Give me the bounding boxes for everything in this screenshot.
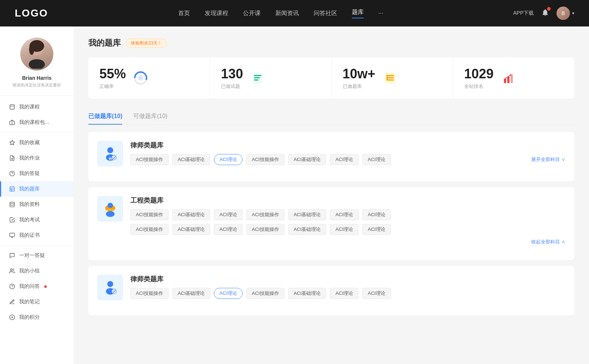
bank-tag[interactable]: ACI技能操作 bbox=[246, 154, 285, 165]
sidebar-item-myqa[interactable]: 我的问答 bbox=[0, 279, 74, 294]
nav-news[interactable]: 新闻资讯 bbox=[275, 10, 299, 17]
nav-qa[interactable]: 问答社区 bbox=[314, 10, 337, 17]
bank-tag[interactable]: ACI理论 bbox=[362, 209, 391, 220]
expand-button-lawyer-1[interactable]: 展开全部科目 ∨ bbox=[531, 156, 565, 163]
nav-discover[interactable]: 发现课程 bbox=[205, 10, 228, 17]
nav-more[interactable]: ··· bbox=[378, 10, 383, 17]
bank-tag[interactable]: ACI理论 bbox=[330, 209, 359, 220]
nav-open-course[interactable]: 公开课 bbox=[243, 10, 261, 17]
bank-tag[interactable]: ACI技能操作 bbox=[130, 154, 169, 165]
bank-tag[interactable]: ACI技能操作 bbox=[130, 209, 169, 220]
bank-tag[interactable]: ACI技能操作 bbox=[246, 209, 285, 220]
bank-tag-active[interactable]: ACI理论 bbox=[214, 154, 243, 165]
bank-tag[interactable]: ACI理论 bbox=[214, 209, 243, 220]
svg-rect-32 bbox=[254, 75, 261, 76]
bank-tag[interactable]: ACI基础理论 bbox=[172, 209, 211, 220]
profile-section: Brian Harris 错误的决定比没有决定要好 bbox=[0, 34, 74, 96]
app-download-button[interactable]: APP下载 bbox=[513, 10, 534, 17]
nav-home[interactable]: 首页 bbox=[178, 10, 190, 17]
svg-rect-4 bbox=[10, 105, 14, 109]
sidebar: Brian Harris 错误的决定比没有决定要好 我的课程 我的课程包... bbox=[0, 26, 74, 364]
bank-tag[interactable]: ACI理论 bbox=[362, 154, 391, 165]
collapse-button-engineer[interactable]: 收起全部科目 ∧ bbox=[130, 239, 565, 245]
bank-card-engineer-content: 工程类题库 ACI技能操作 ACI基础理论 ACI理论 ACI技能操作 ACI基… bbox=[130, 196, 565, 245]
page-header: 我的题库 体验剩余23天！ bbox=[88, 38, 574, 49]
sidebar-item-course[interactable]: 我的课程 bbox=[0, 99, 74, 115]
sidebar-item-quiz[interactable]: 我的题库 bbox=[0, 181, 74, 197]
sidebar-label-data: 我的资料 bbox=[19, 201, 40, 208]
header: LOGO 首页 发现课程 公开课 新闻资讯 问答社区 题库 ··· APP下载 … bbox=[0, 0, 589, 26]
tab-done[interactable]: 已做题库(10) bbox=[88, 109, 122, 125]
engineer-icon bbox=[97, 196, 123, 222]
bank-tag[interactable]: ACI基础理论 bbox=[288, 154, 327, 165]
sidebar-item-oneone[interactable]: 一对一答疑 bbox=[0, 248, 74, 263]
profile-name: Brian Harris bbox=[7, 75, 66, 81]
group-icon bbox=[9, 268, 15, 274]
sidebar-item-notes[interactable]: 我的笔记 bbox=[0, 294, 74, 310]
main-nav: 首页 发现课程 公开课 新闻资讯 问答社区 题库 ··· bbox=[178, 8, 383, 18]
bank-tag[interactable]: ACI理论 bbox=[330, 224, 359, 235]
sidebar-label-myqa: 我的问答 bbox=[19, 283, 40, 290]
sidebar-item-group[interactable]: 我的小组 bbox=[0, 263, 74, 279]
sidebar-label-qa: 我的答疑 bbox=[19, 170, 40, 177]
sidebar-item-points[interactable]: 我的积分 bbox=[0, 310, 74, 325]
svg-point-44 bbox=[107, 147, 113, 153]
bank-tag[interactable]: ACI技能操作 bbox=[130, 288, 169, 299]
sidebar-item-data[interactable]: 我的资料 bbox=[0, 197, 74, 212]
user-avatar-menu[interactable]: B ▾ bbox=[557, 7, 574, 20]
svg-point-22 bbox=[10, 269, 12, 271]
bank-tag[interactable]: ACI基础理论 bbox=[288, 288, 327, 299]
sidebar-item-cert[interactable]: 我的证书 bbox=[0, 228, 74, 243]
bank-tag-active[interactable]: ACI理论 bbox=[214, 288, 243, 299]
nav-quiz[interactable]: 题库 bbox=[352, 8, 364, 18]
data-icon bbox=[9, 201, 15, 208]
bank-tag[interactable]: ACI理论 bbox=[362, 224, 391, 235]
bank-tag[interactable]: ACI理论 bbox=[362, 288, 391, 299]
logo: LOGO bbox=[15, 7, 48, 19]
sidebar-item-homework[interactable]: 我的作业 bbox=[0, 150, 74, 166]
tab-available[interactable]: 可做题库(10) bbox=[133, 109, 167, 125]
bank-tag[interactable]: ACI技能操作 bbox=[246, 224, 285, 235]
bank-tag[interactable]: ACI基础理论 bbox=[172, 224, 211, 235]
course-icon bbox=[9, 104, 15, 110]
bank-tag[interactable]: ACI理论 bbox=[214, 224, 243, 235]
chevron-down-icon: ▾ bbox=[572, 11, 574, 16]
stat-label-questions-done: 已做试题 bbox=[221, 83, 243, 90]
bank-tag[interactable]: ACI理论 bbox=[330, 154, 359, 165]
sidebar-menu: 我的课程 我的课程包... 我的收藏 bbox=[0, 99, 74, 325]
bank-tags-lawyer-1: ACI技能操作 ACI基础理论 ACI理论 ACI技能操作 ACI基础理论 AC… bbox=[130, 154, 565, 165]
question-icon bbox=[9, 170, 15, 177]
bank-tag[interactable]: ACI基础理论 bbox=[288, 224, 327, 235]
svg-point-55 bbox=[112, 289, 116, 294]
stat-label-correct-rate: 正确率 bbox=[99, 83, 126, 90]
sidebar-label-notes: 我的笔记 bbox=[19, 299, 40, 305]
bank-tag[interactable]: ACI技能操作 bbox=[130, 224, 169, 235]
svg-marker-9 bbox=[10, 140, 14, 145]
bank-tag[interactable]: ACI理论 bbox=[330, 288, 359, 299]
layout: Brian Harris 错误的决定比没有决定要好 我的课程 我的课程包... bbox=[0, 26, 589, 364]
svg-rect-50 bbox=[105, 209, 115, 210]
bank-tag[interactable]: ACI基础理论 bbox=[288, 209, 327, 220]
trial-badge: 体验剩余23天！ bbox=[126, 39, 167, 48]
sidebar-label-homework: 我的作业 bbox=[19, 155, 40, 161]
star-icon bbox=[9, 139, 15, 146]
quiz-icon bbox=[9, 186, 15, 192]
bank-tag[interactable]: ACI基础理论 bbox=[172, 154, 211, 165]
bank-card-lawyer-1-header: 律师类题库 ACI技能操作 ACI基础理论 ACI理论 ACI技能操作 ACI基… bbox=[97, 141, 565, 167]
bank-card-lawyer-2-content: 律师类题库 ACI技能操作 ACI基础理论 ACI理论 ACI技能操作 ACI基… bbox=[130, 275, 565, 299]
notification-badge bbox=[547, 7, 551, 11]
bank-tag[interactable]: ACI技能操作 bbox=[246, 288, 285, 299]
stat-ranking-value-group: 1029 全站排名 bbox=[464, 66, 494, 90]
bank-card-lawyer-2: 律师类题库 ACI技能操作 ACI基础理论 ACI理论 ACI技能操作 ACI基… bbox=[88, 266, 574, 315]
sidebar-item-package[interactable]: 我的课程包... bbox=[0, 115, 74, 130]
bank-tag[interactable]: ACI基础理论 bbox=[172, 288, 211, 299]
notification-bell[interactable] bbox=[541, 8, 549, 18]
banks-done-icon bbox=[383, 71, 398, 85]
sidebar-item-qa[interactable]: 我的答疑 bbox=[0, 166, 74, 181]
oneone-icon bbox=[9, 252, 15, 259]
svg-point-51 bbox=[107, 203, 113, 208]
sidebar-item-favorites[interactable]: 我的收藏 bbox=[0, 135, 74, 150]
sidebar-item-exam[interactable]: 我的考试 bbox=[0, 212, 74, 228]
sidebar-label-course: 我的课程 bbox=[19, 104, 40, 110]
stat-ranking: 1029 全站排名 bbox=[453, 57, 574, 99]
